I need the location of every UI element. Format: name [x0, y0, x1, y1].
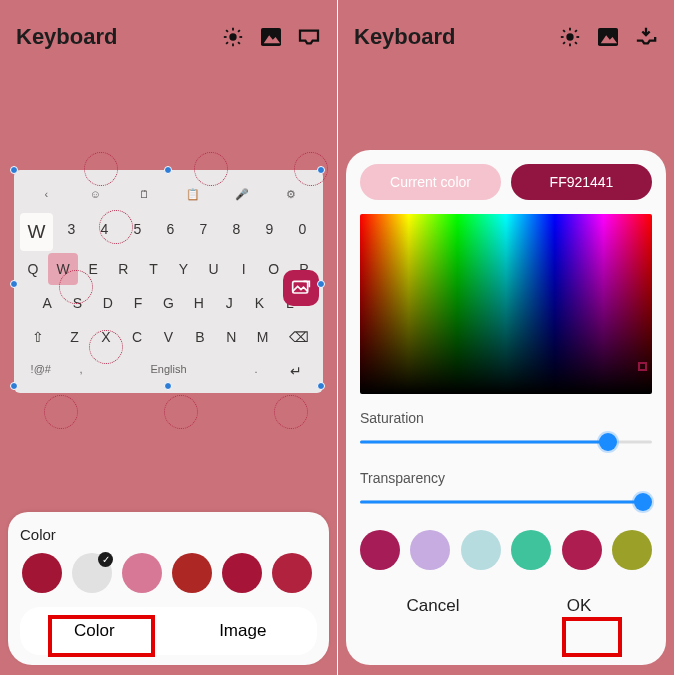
saturation-slider[interactable] — [360, 430, 652, 454]
download-tray-icon[interactable] — [634, 25, 658, 49]
swatch-4[interactable] — [172, 553, 212, 593]
svg-point-12 — [566, 33, 573, 40]
topbar: Keyboard — [0, 0, 337, 60]
topbar-actions — [558, 25, 658, 49]
svg-line-7 — [226, 42, 228, 44]
svg-line-6 — [238, 42, 240, 44]
chip-current[interactable]: Current color — [360, 164, 501, 200]
page-title: Keyboard — [354, 24, 558, 50]
image-icon[interactable] — [596, 25, 620, 49]
saturation-label: Saturation — [360, 410, 652, 426]
check-icon: ✓ — [98, 552, 113, 567]
tab-color[interactable]: Color — [20, 607, 169, 655]
tab-row: Color Image — [20, 607, 317, 655]
svg-rect-11 — [293, 281, 308, 293]
brightness-icon[interactable] — [558, 25, 582, 49]
transparency-slider[interactable] — [360, 490, 652, 514]
swatch-5[interactable] — [222, 553, 262, 593]
cancel-button[interactable]: Cancel — [360, 582, 506, 630]
svg-line-19 — [563, 42, 565, 44]
cp-swatch-4[interactable] — [511, 530, 551, 570]
keyboard-preview[interactable]: ‹☺🗒📋🎤⚙ W 3 4 5 6 7 8 9 0 Q W E R T Y U — [14, 170, 323, 393]
swatch-3[interactable] — [122, 553, 162, 593]
swatch-1[interactable] — [22, 553, 62, 593]
brightness-icon[interactable] — [221, 25, 245, 49]
keyboard-body: ‹☺🗒📋🎤⚙ W 3 4 5 6 7 8 9 0 Q W E R T Y U — [14, 170, 323, 393]
transparency-label: Transparency — [360, 470, 652, 486]
topbar-actions — [221, 25, 321, 49]
svg-line-18 — [575, 42, 577, 44]
screen-left: Keyboard ‹☺🗒📋🎤⚙ W 3 4 5 6 7 8 9 0 — [0, 0, 337, 675]
color-panel: Color ✓ Color Image — [8, 512, 329, 665]
spectrum-cursor — [638, 362, 647, 371]
screen-right: Keyboard Current color FF921441 Saturati… — [337, 0, 674, 675]
svg-point-0 — [229, 33, 236, 40]
cp-swatch-3[interactable] — [461, 530, 501, 570]
cp-swatch-5[interactable] — [562, 530, 602, 570]
picker-swatches — [360, 530, 652, 570]
tab-image[interactable]: Image — [169, 607, 318, 655]
cp-swatch-1[interactable] — [360, 530, 400, 570]
swatch-row: ✓ — [20, 553, 317, 593]
svg-line-5 — [226, 30, 228, 32]
chip-hex[interactable]: FF921441 — [511, 164, 652, 200]
picker-buttons: Cancel OK — [360, 582, 652, 630]
cp-swatch-6[interactable] — [612, 530, 652, 570]
panel-label: Color — [20, 526, 317, 543]
ok-button[interactable]: OK — [506, 582, 652, 630]
svg-line-20 — [575, 30, 577, 32]
color-picker-panel: Current color FF921441 Saturation Transp… — [346, 150, 666, 665]
page-title: Keyboard — [16, 24, 221, 50]
topbar: Keyboard — [338, 0, 674, 60]
key-w-big: W — [20, 213, 53, 251]
image-picker-key[interactable] — [283, 270, 319, 306]
image-icon[interactable] — [259, 25, 283, 49]
chip-row: Current color FF921441 — [360, 164, 652, 200]
color-spectrum[interactable] — [360, 214, 652, 394]
svg-line-8 — [238, 30, 240, 32]
cp-swatch-2[interactable] — [410, 530, 450, 570]
tray-icon[interactable] — [297, 25, 321, 49]
svg-rect-9 — [261, 28, 281, 46]
svg-line-17 — [563, 30, 565, 32]
swatch-2[interactable]: ✓ — [72, 553, 112, 593]
svg-rect-21 — [598, 28, 618, 46]
swatch-6[interactable] — [272, 553, 312, 593]
